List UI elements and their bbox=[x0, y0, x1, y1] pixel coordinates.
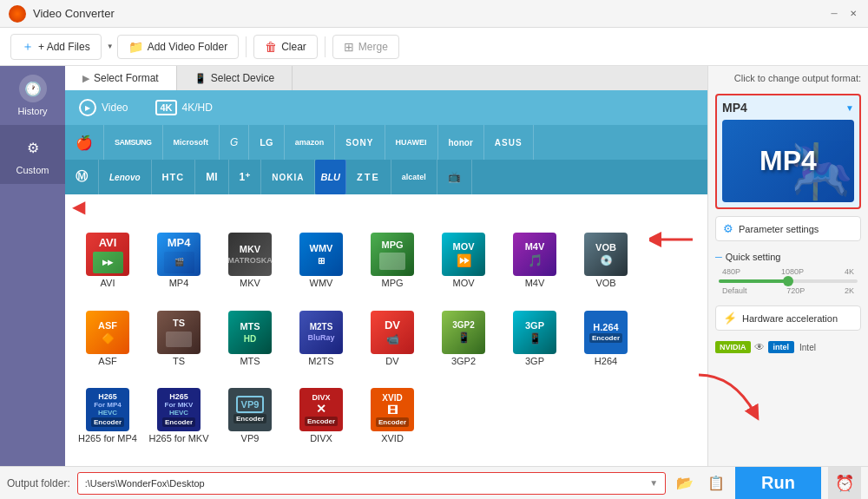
format-item-3gp2[interactable]: 3GP2 📱 3GP2 bbox=[428, 304, 499, 382]
format-label-divx: DIVX bbox=[310, 433, 332, 443]
brand-row: 🍎 SAMSUNG Microsoft G LG amazon SONY HUA… bbox=[65, 125, 707, 160]
format-item-divx[interactable]: DIVX ✕ Encoder DIVX bbox=[286, 381, 357, 459]
output-format-box: MP4 ▼ MP4 🎠 bbox=[715, 94, 861, 209]
quick-setting: ─ Quick setting 480P 1080P 4K Default 72… bbox=[715, 248, 861, 299]
browse-folder-button[interactable]: 📂 bbox=[673, 471, 697, 496]
format-icon-mkv: MKV MATROSKA bbox=[228, 233, 272, 276]
hd-type-button[interactable]: 4K 4K/HD bbox=[141, 90, 226, 125]
output-label: Output folder: bbox=[7, 477, 70, 489]
format-dropdown-arrow[interactable]: ▼ bbox=[845, 103, 854, 113]
brand-microsoft[interactable]: Microsoft bbox=[163, 125, 220, 160]
brand-sony[interactable]: SONY bbox=[335, 125, 385, 160]
device-tab-icon: 📱 bbox=[194, 73, 207, 84]
add-icon: ＋ bbox=[22, 39, 34, 55]
format-item-vp9[interactable]: VP9 Encoder VP9 bbox=[214, 381, 286, 459]
format-label-mpg: MPG bbox=[381, 278, 403, 288]
format-label-ts: TS bbox=[173, 356, 185, 366]
brand-asus[interactable]: ASUS bbox=[484, 125, 534, 160]
format-icon-avi: AVI ▶▶ bbox=[86, 233, 129, 276]
clear-button[interactable]: 🗑 Clear bbox=[253, 35, 318, 59]
add-video-folder-button[interactable]: 📁 Add Video Folder bbox=[117, 35, 240, 59]
bottom-bar: Output folder: :\Users\WonderFox\Desktop… bbox=[0, 466, 868, 499]
format-item-dv[interactable]: DV 📹 DV bbox=[357, 304, 428, 382]
format-item-asf[interactable]: ASF 🔶 ASF bbox=[72, 304, 143, 382]
brand-blu[interactable]: BLU bbox=[315, 160, 346, 194]
brand-mi[interactable]: MI bbox=[195, 160, 228, 194]
format-item-mkv[interactable]: MKV MATROSKA MKV bbox=[214, 226, 286, 304]
quality-slider[interactable]: 480P 1080P 4K Default 720P 2K bbox=[715, 267, 861, 295]
format-item-avi[interactable]: AVI ▶▶ AVI bbox=[72, 226, 143, 304]
format-item-ts[interactable]: TS TS bbox=[143, 304, 214, 382]
format-item-mov[interactable]: MOV ⏩ MOV bbox=[428, 226, 499, 304]
folder-icon: 📁 bbox=[128, 40, 143, 54]
format-item-h265mkv[interactable]: H265 For MKV HEVC Encoder H265 for MKV bbox=[143, 381, 214, 459]
quick-setting-label: ─ Quick setting bbox=[715, 252, 861, 262]
format-icon-wmv: WMV ⊞ bbox=[299, 233, 343, 276]
red-arrow-icon: ◀ bbox=[72, 196, 85, 217]
add-files-dropdown[interactable]: ▼ bbox=[107, 43, 114, 50]
format-icon-m4v: M4V 🎵 bbox=[513, 233, 556, 276]
brand-tv[interactable]: 📺 bbox=[437, 160, 472, 194]
brand-honor[interactable]: honor bbox=[438, 125, 484, 160]
brand-oneplus[interactable]: 1⁺ bbox=[229, 160, 262, 194]
format-icon-h264: H.264 Encoder bbox=[584, 311, 628, 354]
window-controls: ─ ✕ bbox=[828, 8, 859, 20]
sidebar-item-history[interactable]: 🕐 History bbox=[0, 66, 65, 125]
close-button[interactable]: ✕ bbox=[847, 8, 859, 20]
brand-zte[interactable]: ZTE bbox=[346, 160, 391, 194]
format-item-m4v[interactable]: M4V 🎵 M4V bbox=[499, 226, 570, 304]
output-path-dropdown[interactable]: ▼ bbox=[649, 478, 658, 488]
format-icon-m2ts: M2TS BluRay bbox=[299, 311, 343, 354]
brand-lenovo[interactable]: Lenovo bbox=[99, 160, 152, 194]
hw-accel-icon: ⚡ bbox=[723, 312, 737, 325]
merge-button[interactable]: ⊞ Merge bbox=[332, 35, 399, 59]
history-icon: 🕐 bbox=[19, 75, 47, 102]
format-label-m2ts: M2TS bbox=[308, 356, 333, 366]
alarm-button[interactable]: ⏰ bbox=[828, 467, 861, 500]
sidebar-item-custom[interactable]: ⚙ Custom bbox=[0, 125, 65, 184]
format-item-h264[interactable]: H.264 Encoder H264 bbox=[570, 304, 641, 382]
output-history-button[interactable]: 📋 bbox=[704, 471, 728, 496]
format-icon-h265mp4: H265 For MP4 HEVC Encoder bbox=[86, 388, 129, 431]
brand-alcatel[interactable]: alcatel bbox=[391, 160, 437, 194]
tab-select-format[interactable]: ▶ Select Format bbox=[65, 66, 177, 90]
add-files-button[interactable]: ＋ + Add Files bbox=[10, 34, 102, 60]
parameter-settings-button[interactable]: ⚙ Parameter settings bbox=[715, 216, 861, 241]
format-preview: MP4 🎠 bbox=[722, 120, 854, 202]
format-label-avi: AVI bbox=[101, 278, 115, 288]
tab-select-device[interactable]: 📱 Select Device bbox=[177, 66, 293, 90]
quality-labels-bottom: Default 720P 2K bbox=[719, 286, 858, 295]
brand-google[interactable]: G bbox=[220, 125, 249, 160]
run-button[interactable]: Run bbox=[735, 467, 821, 500]
format-item-m2ts[interactable]: M2TS BluRay M2TS bbox=[286, 304, 357, 382]
brand-amazon[interactable]: amazon bbox=[285, 125, 336, 160]
toolbar: ＋ + Add Files ▼ 📁 Add Video Folder 🗑 Cle… bbox=[0, 28, 868, 66]
brand-lg[interactable]: LG bbox=[249, 125, 284, 160]
format-item-vob[interactable]: VOB 💿 VOB bbox=[570, 226, 641, 304]
brand-apple[interactable]: 🍎 bbox=[65, 125, 104, 160]
minimize-button[interactable]: ─ bbox=[828, 8, 840, 20]
format-item-mts[interactable]: MTS HD MTS bbox=[214, 304, 286, 382]
brand-motorola[interactable]: Ⓜ bbox=[65, 160, 99, 194]
selected-format-name: MP4 bbox=[722, 101, 747, 115]
format-item-h265mp4[interactable]: H265 For MP4 HEVC Encoder H265 for MP4 bbox=[72, 381, 143, 459]
output-path-box: :\Users\WonderFox\Desktop ▼ bbox=[77, 472, 666, 495]
format-item-mp4[interactable]: MP4 🎬 MP4 bbox=[143, 226, 214, 304]
format-label-asf: ASF bbox=[98, 356, 116, 366]
brand-samsung[interactable]: SAMSUNG bbox=[104, 125, 163, 160]
format-item-3gp[interactable]: 3GP 📱 3GP bbox=[499, 304, 570, 382]
brand-huawei[interactable]: HUAWEI bbox=[385, 125, 438, 160]
format-item-xvid[interactable]: XVID 🎞 Encoder XVID bbox=[357, 381, 428, 459]
format-item-mpg[interactable]: MPG MPG bbox=[357, 226, 428, 304]
hardware-acceleration-button[interactable]: ⚡ Hardware acceleration bbox=[715, 305, 861, 331]
format-selector: MP4 ▼ bbox=[722, 101, 854, 115]
format-preview-text: MP4 bbox=[760, 145, 817, 177]
format-item-wmv[interactable]: WMV ⊞ WMV bbox=[286, 226, 357, 304]
sidebar: 🕐 History ⚙ Custom bbox=[0, 66, 65, 466]
format-label-vp9: VP9 bbox=[241, 433, 260, 443]
brand-nokia[interactable]: NOKIA bbox=[261, 160, 315, 194]
clear-icon: 🗑 bbox=[265, 40, 277, 54]
video-type-button[interactable]: ▶ Video bbox=[65, 90, 141, 125]
quality-thumb[interactable] bbox=[783, 276, 793, 286]
brand-htc[interactable]: HTC bbox=[152, 160, 196, 194]
